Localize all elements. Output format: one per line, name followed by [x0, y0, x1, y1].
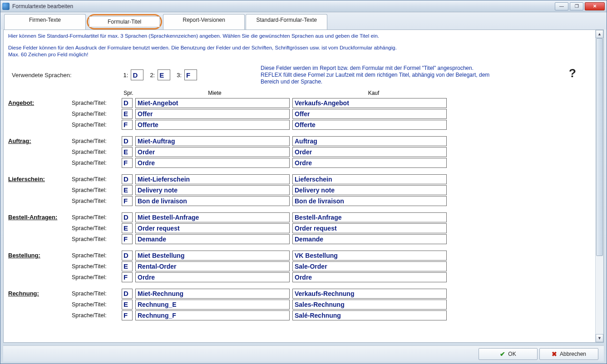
lang-input-1[interactable] [131, 69, 143, 80]
kauf-input[interactable]: Bon de livraison [292, 196, 447, 206]
sublabel: Sprache/Titel: [72, 274, 122, 280]
miete-input[interactable]: Miet-Angebot [135, 98, 290, 108]
spr-input[interactable]: F [122, 272, 133, 282]
title-row: Sprache/Titel:FDemandeDemande [8, 234, 591, 244]
title-row: Sprache/Titel:ERechnung_ESales-Rechnung [8, 300, 591, 310]
section-block: Auftrag:Sprache/Titel:DMiet-AuftragAuftr… [8, 136, 591, 168]
section-block: Lieferschein:Sprache/Titel:DMiet-Liefers… [8, 174, 591, 206]
miete-input[interactable]: Miet Bestellung [135, 251, 290, 261]
sublabel: Sprache/Titel: [72, 187, 122, 193]
spr-input[interactable]: F [122, 120, 133, 130]
spr-input[interactable]: E [122, 261, 133, 271]
lang-input-3[interactable] [184, 69, 197, 80]
tab-standard-formular-texte[interactable]: Standard-Formular-Texte [246, 14, 327, 30]
title-row: Sprache/Titel:EOfferOffer [8, 109, 591, 119]
lang-info-text: Diese Felder werden im Report bzw. dem F… [261, 65, 492, 85]
section-block: Bestell-Anfragen:Sprache/Titel:DMiet Bes… [8, 212, 591, 244]
title-row: Sprache/Titel:EOrder requestOrder reques… [8, 223, 591, 233]
sublabel: Sprache/Titel: [72, 301, 122, 308]
miete-input[interactable]: Miet-Auftrag [135, 136, 290, 146]
scroll-track[interactable] [596, 38, 603, 334]
tab-report-versionen[interactable]: Report-Versionen [163, 14, 245, 30]
miete-input[interactable]: Miet-Lieferschein [135, 174, 290, 184]
sublabel: Sprache/Titel: [72, 100, 122, 106]
spr-input[interactable]: D [122, 251, 133, 261]
title-row: Sprache/Titel:EOrderOrder [8, 147, 591, 157]
kauf-input[interactable]: Offer [292, 109, 447, 119]
kauf-input[interactable]: Demande [292, 234, 447, 244]
scroll-up-arrow[interactable]: ▲ [596, 30, 603, 38]
kauf-input[interactable]: Order request [292, 223, 447, 233]
spr-input[interactable]: D [122, 98, 133, 108]
miete-input[interactable]: Rechnung_F [135, 310, 290, 320]
sublabel: Sprache/Titel: [72, 149, 122, 155]
kauf-input[interactable]: Auftrag [292, 136, 447, 146]
miete-input[interactable]: Rechnung_E [135, 300, 290, 310]
miete-input[interactable]: Offerte [135, 120, 290, 130]
miete-input[interactable]: Order [135, 147, 290, 157]
kauf-input[interactable]: Offerte [292, 120, 447, 130]
titlebar: Formulartexte bearbeiten — ❐ ✕ [0, 0, 607, 12]
help-icon[interactable]: ? [569, 66, 576, 80]
spr-input[interactable]: D [122, 212, 133, 222]
close-button[interactable]: ✕ [585, 2, 605, 10]
spr-input[interactable]: D [122, 289, 133, 299]
spr-input[interactable]: E [122, 185, 133, 195]
dialog-footer: ✔ OK ✖ Abbrechen [3, 345, 604, 362]
kauf-input[interactable]: VK Bestellung [292, 251, 447, 261]
spr-input[interactable]: F [122, 310, 133, 320]
miete-input[interactable]: Ordre [135, 272, 290, 282]
kauf-input[interactable]: Sale-Order [292, 261, 447, 271]
spr-input[interactable]: E [122, 223, 133, 233]
scroll-thumb[interactable] [596, 38, 603, 256]
miete-input[interactable]: Order request [135, 223, 290, 233]
miete-input[interactable]: Offer [135, 109, 290, 119]
kauf-input[interactable]: Order [292, 147, 447, 157]
miete-input[interactable]: Bon de livraison [135, 196, 290, 206]
header-miete: Miete [135, 90, 294, 96]
tab-firmen-texte[interactable]: Firmen-Texte [4, 14, 86, 30]
section-name: Bestellung: [8, 252, 40, 259]
kauf-input[interactable]: Ordre [292, 158, 447, 168]
title-row: Sprache/Titel:EDelivery noteDelivery not… [8, 185, 591, 195]
tab-formular-titel[interactable]: Formular-Titel [87, 14, 162, 30]
spr-input[interactable]: F [122, 196, 133, 206]
miete-input[interactable]: Ordre [135, 158, 290, 168]
kauf-input[interactable]: Sales-Rechnung [292, 300, 447, 310]
miete-input[interactable]: Miet-Rechnung [135, 289, 290, 299]
maximize-button[interactable]: ❐ [570, 2, 583, 10]
spr-input[interactable]: E [122, 147, 133, 157]
kauf-input[interactable]: Salé-Rechnung [292, 310, 447, 320]
section-block: Bestellung:Sprache/Titel:DMiet Bestellun… [8, 251, 591, 282]
vertical-scrollbar[interactable]: ▲ ▼ [595, 30, 603, 342]
spr-input[interactable]: F [122, 234, 133, 244]
miete-input[interactable]: Delivery note [135, 185, 290, 195]
cancel-button[interactable]: ✖ Abbrechen [539, 348, 598, 360]
spr-input[interactable]: E [122, 300, 133, 310]
miete-input[interactable]: Demande [135, 234, 290, 244]
miete-input[interactable]: Miet Bestell-Anfrage [135, 212, 290, 222]
sublabel: Sprache/Titel: [72, 225, 122, 231]
cross-icon: ✖ [552, 350, 557, 358]
miete-input[interactable]: Rental-Order [135, 261, 290, 271]
kauf-input[interactable]: Verkaufs-Angebot [292, 98, 447, 108]
tab-bar: Firmen-Texte Formular-Titel Report-Versi… [0, 12, 607, 30]
header-spr: Spr. [122, 90, 135, 96]
section-name: Bestell-Anfragen: [8, 214, 57, 221]
ok-button[interactable]: ✔ OK [479, 348, 538, 360]
languages-label: Verwendete Sprachen: [12, 72, 72, 79]
sublabel: Sprache/Titel: [72, 214, 122, 221]
kauf-input[interactable]: Ordre [292, 272, 447, 282]
kauf-input[interactable]: Verkaufs-Rechnung [292, 289, 447, 299]
spr-input[interactable]: F [122, 158, 133, 168]
content-area: Hier können Sie Standard-Formulartitel f… [3, 30, 604, 343]
spr-input[interactable]: D [122, 136, 133, 146]
spr-input[interactable]: E [122, 109, 133, 119]
minimize-button[interactable]: — [555, 2, 568, 10]
lang-input-2[interactable] [158, 69, 170, 80]
kauf-input[interactable]: Delivery note [292, 185, 447, 195]
kauf-input[interactable]: Bestell-Anfrage [292, 212, 447, 222]
scroll-down-arrow[interactable]: ▼ [596, 334, 603, 342]
spr-input[interactable]: D [122, 174, 133, 184]
kauf-input[interactable]: Lieferschein [292, 174, 447, 184]
